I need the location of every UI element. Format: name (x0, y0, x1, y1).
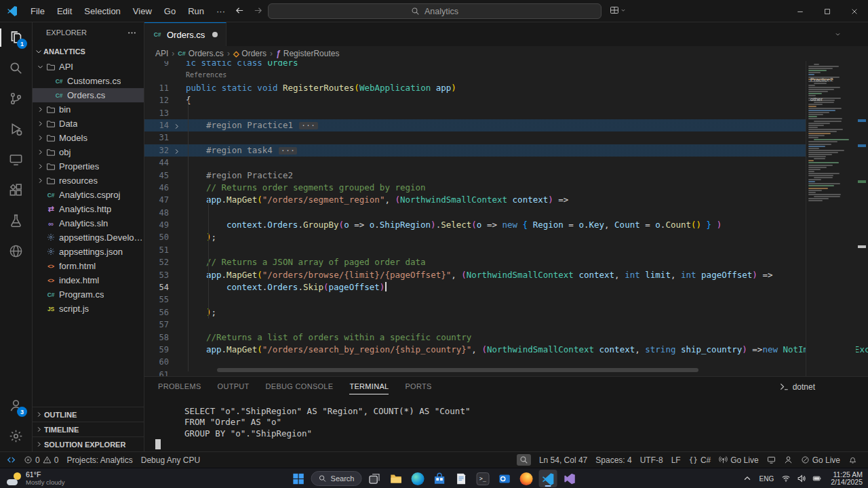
code-line-47[interactable]: 47app.MapGet("/orders/segment_region", (… (144, 194, 868, 206)
tray-chevron-icon[interactable] (743, 474, 752, 483)
status-build-configuration[interactable]: Debug Any CPU (137, 452, 204, 468)
status-language-mode[interactable]: {}C# (685, 452, 715, 468)
code-line-14[interactable]: 14#region Practice1 ··· (144, 119, 868, 131)
taskbar-terminal[interactable]: >_ (473, 470, 492, 487)
menu-view[interactable]: View (127, 0, 158, 22)
taskbar-store[interactable] (430, 470, 448, 487)
code-editor[interactable]: 9ic static class OrdersReferences11publi… (144, 61, 868, 376)
panel-tab-terminal[interactable]: TERMINAL (349, 377, 389, 396)
taskbar-vscode[interactable] (538, 470, 557, 487)
tree-item-index-html[interactable]: <>index.html (33, 273, 144, 287)
overview-ruler[interactable] (856, 61, 868, 376)
tree-item-data[interactable]: Data (33, 117, 144, 131)
menu-selection[interactable]: Selection (78, 0, 126, 22)
code-line-12[interactable]: 12{ (144, 94, 868, 106)
activity-accounts[interactable]: 3 (0, 390, 32, 421)
menu-go[interactable]: Go (158, 0, 182, 22)
tree-item-appsettings-json[interactable]: appsettings.json (33, 245, 144, 259)
window-maximize-button[interactable] (814, 0, 841, 22)
status-live-share[interactable] (780, 452, 797, 468)
window-close-button[interactable] (841, 0, 868, 22)
status-go-live-secondary[interactable]: Go Live (797, 452, 844, 468)
status-problems[interactable]: 00 (20, 452, 62, 468)
code-line-13[interactable]: 13 (144, 107, 868, 119)
taskbar-visual-studio[interactable] (560, 470, 578, 487)
status-cursor-position[interactable]: Ln 54, Col 47 (535, 452, 591, 468)
code-line-31[interactable]: 31 (144, 131, 868, 144)
tree-item-customers-cs[interactable]: C#Customers.cs (33, 74, 144, 88)
tree-item-analytics-csproj[interactable]: C#Analytics.csproj (33, 188, 144, 202)
panel-tab-ports[interactable]: PORTS (405, 377, 431, 396)
status-zoom-indicator[interactable] (513, 452, 535, 468)
activity-run-and-debug[interactable] (0, 114, 32, 144)
tree-item-analytics-http[interactable]: ⇄Analytics.http (33, 202, 144, 216)
taskbar-outlook[interactable] (495, 470, 513, 487)
section-outline[interactable]: OUTLINE (33, 407, 144, 422)
tree-item-resources[interactable]: resources (33, 174, 144, 188)
taskbar-clock[interactable]: 11:25 AM 2/14/2025 (831, 471, 863, 487)
status-go-live[interactable]: Go Live (715, 452, 762, 468)
activity-search[interactable] (0, 53, 32, 83)
code-line-32[interactable]: 32#region task4 ··· (144, 144, 868, 157)
code-line-54[interactable]: 54context.Orders.Skip(pageOffset) (144, 281, 868, 293)
activity-explorer[interactable]: 1 (0, 22, 32, 53)
tree-item-appsettings-develop[interactable]: appsettings.Develop... (33, 230, 144, 245)
activity-remote-explorer[interactable] (0, 144, 32, 175)
status-project-picker[interactable]: Projects: Analytics (62, 452, 136, 468)
status-remote-indicator[interactable] (3, 452, 20, 468)
code-line-57[interactable]: 57 (144, 319, 868, 331)
status-editor-layout[interactable] (763, 452, 780, 468)
weather-widget[interactable]: 61°F Mostly cloudy (7, 470, 65, 487)
section-analytics[interactable]: ANALYTICS (33, 43, 144, 60)
tree-item-obj[interactable]: obj (33, 145, 144, 159)
tree-item-program-cs[interactable]: C#Program.cs (33, 287, 144, 302)
menu-file[interactable]: File (24, 0, 51, 22)
terminal[interactable]: SELECT "o"."ShipRegion" AS "Region", COU… (144, 396, 868, 451)
taskbar-notepad[interactable] (452, 470, 470, 487)
tree-item-properties[interactable]: Properties (33, 159, 144, 174)
tree-item-form-html[interactable]: <>form.html (33, 259, 144, 273)
panel-tab-problems[interactable]: PROBLEMS (158, 377, 201, 396)
taskbar-search[interactable]: Search (311, 471, 362, 486)
breadcrumb-orders[interactable]: ◇Orders (233, 49, 267, 58)
section-timeline[interactable]: TIMELINE (33, 422, 144, 436)
window-minimize-button[interactable] (787, 0, 814, 22)
menu-run[interactable]: Run (182, 0, 210, 22)
status-notifications[interactable] (844, 452, 861, 468)
breadcrumb-registerroutes[interactable]: ƒRegisterRoutes (276, 49, 339, 58)
code-line-45[interactable]: 45#region Practice2 (144, 169, 868, 182)
activity-extensions[interactable] (0, 175, 32, 205)
tree-item-analytics-sln[interactable]: ∞Analytics.sln (33, 216, 144, 230)
language-indicator[interactable]: ENG (760, 475, 774, 483)
taskbar-task-view[interactable] (365, 470, 383, 487)
activity-testing[interactable] (0, 205, 32, 236)
taskbar-firefox[interactable] (517, 470, 535, 487)
code-line-51[interactable]: 51 (144, 244, 868, 256)
codelens[interactable]: References (186, 69, 226, 81)
menu-more[interactable]: ··· (210, 0, 231, 22)
horizontal-scrollbar[interactable] (186, 368, 806, 372)
code-line-9[interactable]: 9ic static class Orders (144, 61, 868, 69)
minimap[interactable]: Practice2 other (806, 61, 856, 376)
code-line-58[interactable]: 58//Returns a list of orders within a sp… (144, 331, 868, 344)
code-line-lens[interactable]: References (144, 69, 868, 81)
status-eol-indicator[interactable]: LF (667, 452, 685, 468)
code-line-52[interactable]: 52// Returns a JSON array of paged order… (144, 256, 868, 268)
tree-item-models[interactable]: Models (33, 131, 144, 145)
run-code-button[interactable] (836, 29, 841, 39)
forward-button[interactable] (253, 5, 263, 18)
taskbar-edge[interactable] (408, 470, 427, 487)
code-line-46[interactable]: 46// Returns order segments grouped by r… (144, 182, 868, 194)
breadcrumb-orders-cs[interactable]: C#Orders.cs (178, 49, 224, 58)
menu-edit[interactable]: Edit (51, 0, 78, 22)
code-line-60[interactable]: 60 (144, 356, 868, 368)
command-center-search[interactable]: Analytics (268, 3, 601, 19)
panel-tab-debug-console[interactable]: DEBUG CONSOLE (266, 377, 334, 396)
code-line-50[interactable]: 50); (144, 231, 868, 243)
tree-item-orders-cs[interactable]: C#Orders.cs (33, 88, 144, 102)
panel-tab-output[interactable]: OUTPUT (218, 377, 250, 396)
explorer-more-actions-icon[interactable] (127, 28, 137, 38)
tree-item-api[interactable]: API (33, 60, 144, 74)
breadcrumb-api[interactable]: API (155, 49, 168, 58)
activity-ports[interactable] (0, 236, 32, 266)
